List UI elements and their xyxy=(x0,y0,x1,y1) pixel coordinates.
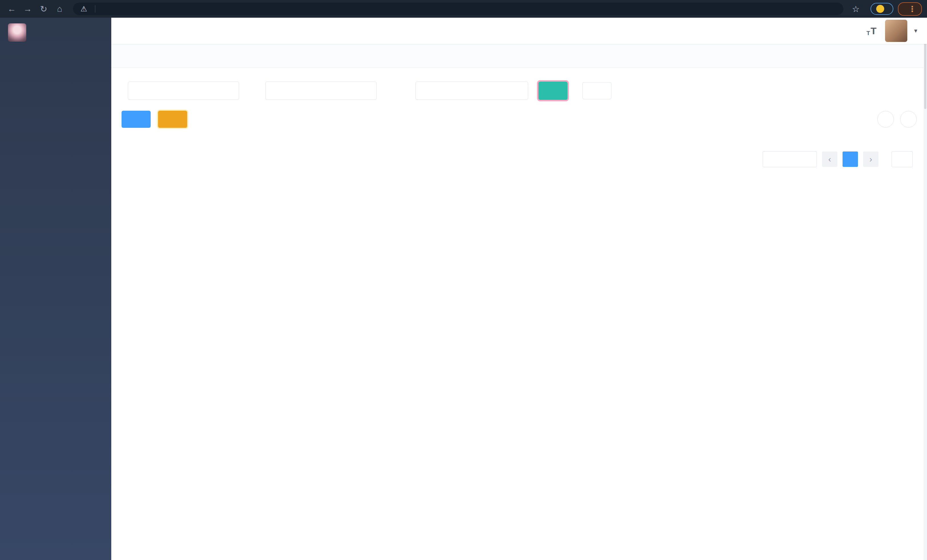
logo-rabbit-image xyxy=(8,23,26,42)
font-size-icon[interactable]: TT xyxy=(866,26,877,36)
plus-icon xyxy=(131,115,138,123)
sidebar xyxy=(0,18,111,560)
add-button[interactable] xyxy=(122,111,150,128)
filter-form xyxy=(122,82,917,100)
status-select[interactable] xyxy=(415,82,528,100)
refresh-icon xyxy=(881,115,890,123)
header-actions: TT ▾ xyxy=(787,20,917,42)
user-avatar[interactable] xyxy=(885,20,907,42)
table-toolbar xyxy=(122,111,917,128)
avatar-caret-icon[interactable]: ▾ xyxy=(914,27,917,35)
fullscreen-icon[interactable] xyxy=(846,25,858,36)
magnifier-icon xyxy=(547,87,555,95)
pagination: ‹ › xyxy=(122,151,917,167)
hamburger-icon[interactable] xyxy=(121,25,132,36)
browser-update-button[interactable]: ⋮ xyxy=(898,2,922,16)
emoji-face-icon xyxy=(876,5,884,13)
refresh-table-button[interactable] xyxy=(877,111,894,127)
column-settings-button[interactable] xyxy=(900,111,917,127)
grid-icon xyxy=(904,115,912,123)
refresh-icon xyxy=(591,87,599,95)
bookmark-star-icon[interactable]: ☆ xyxy=(850,4,862,14)
export-button[interactable] xyxy=(158,111,187,128)
download-icon xyxy=(167,115,175,123)
github-icon[interactable] xyxy=(807,25,818,36)
page-size-select[interactable] xyxy=(763,151,817,167)
profile-paused-pill[interactable] xyxy=(871,3,894,15)
search-button[interactable] xyxy=(538,82,567,100)
browser-extensions-area: ☆ ⋮ xyxy=(850,2,922,16)
content-area: TT ▾ xyxy=(111,18,927,560)
next-page-button[interactable]: › xyxy=(863,152,878,167)
chevron-down-icon xyxy=(805,156,812,162)
security-warning-icon: ⚠ xyxy=(81,5,87,14)
page-body: ‹ › xyxy=(111,68,927,560)
post-name-input[interactable] xyxy=(265,82,377,100)
app-logo[interactable] xyxy=(0,18,111,47)
post-code-input[interactable] xyxy=(128,82,239,100)
address-bar[interactable]: ⚠ xyxy=(73,3,843,15)
page-scrollbar[interactable] xyxy=(924,18,927,560)
browser-reload-button[interactable]: ↻ xyxy=(37,2,50,15)
page-number-1[interactable] xyxy=(843,152,858,167)
browser-toolbar: ← → ↻ ⌂ ⚠ ☆ ⋮ xyxy=(0,0,927,18)
prev-page-button[interactable]: ‹ xyxy=(822,152,837,167)
chevron-down-icon xyxy=(514,87,521,94)
goto-page-input[interactable] xyxy=(892,151,913,167)
reset-button[interactable] xyxy=(582,82,611,99)
tags-view-bar xyxy=(111,44,927,68)
browser-menu-icon[interactable]: ⋮ xyxy=(908,4,916,14)
application-window: ← → ↻ ⌂ ⚠ ☆ ⋮ xyxy=(0,0,927,560)
help-icon[interactable] xyxy=(827,25,838,36)
browser-back-button[interactable]: ← xyxy=(5,2,18,15)
browser-home-button[interactable]: ⌂ xyxy=(53,2,66,15)
search-icon[interactable] xyxy=(787,25,798,36)
browser-forward-button[interactable]: → xyxy=(21,2,34,15)
app-header: TT ▾ xyxy=(111,18,927,44)
